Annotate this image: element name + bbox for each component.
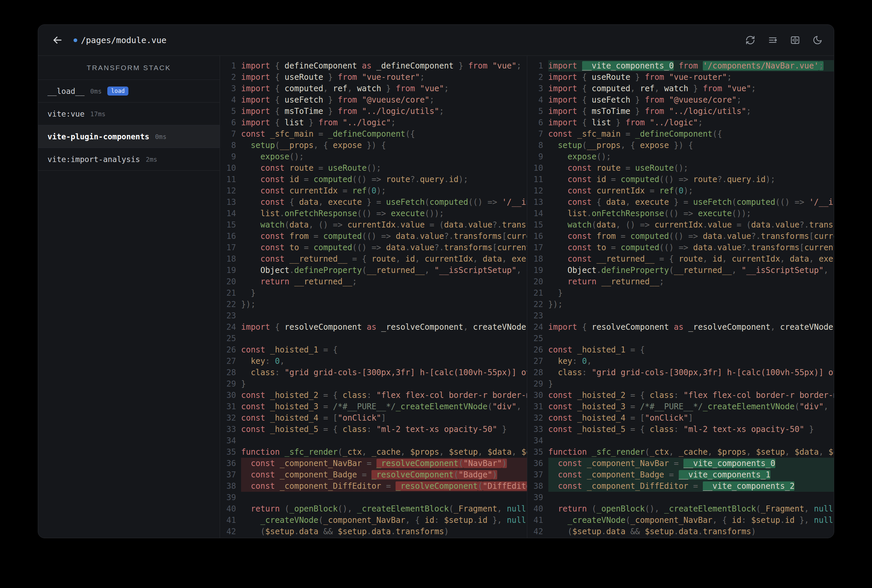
code-text: const _hoisted_4 = ["onClick"]	[241, 412, 527, 424]
code-text: const _hoisted_5 = { class: "ml-2 text-x…	[241, 424, 527, 435]
line-number: 40	[527, 503, 543, 514]
diff-view: 1import { defineComponent as _defineComp…	[220, 56, 834, 538]
line-number: 15	[527, 219, 543, 231]
line-number: 18	[220, 253, 236, 265]
code-text: import { computed, ref, watch } from "vu…	[241, 83, 527, 94]
line-number: 25	[220, 333, 236, 344]
diff-pane-left[interactable]: 1import { defineComponent as _defineComp…	[220, 56, 527, 538]
code-line-left-18: 18 const __returned__ = { route, id, cur…	[220, 253, 527, 265]
code-line-right-42: 42 ($setup.data && $setup.data.transform…	[527, 526, 834, 537]
code-text	[241, 492, 527, 503]
line-number: 17	[527, 242, 543, 253]
title-bar: /pages/module.vue	[38, 25, 834, 56]
code-line-left-1: 1import { defineComponent as _defineComp…	[220, 60, 527, 72]
code-line-left-33: 33const _hoisted_5 = { class: "ml-2 text…	[220, 424, 527, 435]
line-number: 7	[220, 128, 236, 140]
line-number: 22	[527, 298, 543, 310]
code-line-right-14: 14 list.onFetchResponse(() => execute())…	[527, 208, 834, 219]
code-line-right-32: 32const _hoisted_4 = ["onClick"]	[527, 412, 834, 424]
line-number: 30	[527, 390, 543, 401]
code-text: setup(__props, { expose }) {	[548, 140, 834, 151]
code-text: _createVNode(_component_NavBar, { id: $s…	[548, 514, 834, 526]
code-line-right-17: 17 const to = computed(() => data.value?…	[527, 242, 834, 253]
line-number: 15	[220, 219, 236, 231]
back-button[interactable]	[50, 32, 66, 48]
plugin-time: 0ms	[90, 87, 102, 95]
transform-stack-item-0[interactable]: __load__0msload	[38, 80, 220, 103]
transform-stack-list: __load__0msloadvite:vue17msvite-plugin-c…	[38, 80, 220, 171]
back-icon	[51, 34, 63, 46]
code-line-right-40: 40 return (_openBlock(), _createElementB…	[527, 503, 834, 514]
code-text	[548, 492, 834, 503]
line-number: 25	[527, 333, 543, 344]
code-text: const currentIdx = ref(0);	[241, 185, 527, 196]
line-number: 31	[527, 401, 543, 412]
line-number: 4	[527, 94, 543, 106]
line-number: 7	[527, 128, 543, 140]
code-text: const id = computed(() => route?.query.i…	[548, 174, 834, 185]
window-body: TRANSFORM STACK __load__0msloadvite:vue1…	[38, 56, 834, 538]
line-number: 16	[527, 231, 543, 242]
code-text: const _hoisted_1 = {	[548, 344, 834, 356]
line-number: 11	[220, 174, 236, 185]
code-text: return __returned__;	[548, 276, 834, 287]
line-number: 12	[220, 185, 236, 196]
transform-stack-item-1[interactable]: vite:vue17ms	[38, 103, 220, 125]
code-line-left-40: 40 return (_openBlock(), _createElementB…	[220, 503, 527, 514]
line-number: 30	[220, 390, 236, 401]
line-number: 6	[527, 117, 543, 128]
dark-mode-button[interactable]	[812, 35, 822, 45]
line-number: 3	[220, 83, 236, 94]
line-number: 4	[220, 94, 236, 106]
code-text: }	[241, 378, 527, 390]
line-number: 36	[527, 458, 543, 469]
code-line-left-38: 38 const _component_DiffEditor = _resolv…	[220, 480, 527, 492]
line-number: 12	[527, 185, 543, 196]
code-line-left-35: 35function _sfc_render(_ctx, _cache, $pr…	[220, 446, 527, 458]
code-line-right-24: 24import { resolveComponent as _resolveC…	[527, 321, 834, 333]
line-number: 3	[527, 83, 543, 94]
load-badge: load	[107, 87, 128, 96]
code-text: key: 0,	[548, 356, 834, 367]
code-line-left-13: 13 const { data, execute } = useFetch(co…	[220, 196, 527, 208]
code-line-right-4: 4import { useFetch } from "@vueuse/core"…	[527, 94, 834, 106]
code-text: import { list } from "../logic";	[548, 117, 834, 128]
line-number: 33	[220, 424, 236, 435]
one-column-toggle-button[interactable]	[768, 35, 778, 45]
code-text: const _component_Badge = __vite_componen…	[548, 469, 834, 480]
code-text	[241, 435, 527, 446]
code-line-left-28: 28 class: "grid grid-cols-[300px,3fr] h-…	[220, 367, 527, 378]
code-text: const route = useRoute();	[241, 162, 527, 174]
diff-pane-right[interactable]: 1import __vite_components_0 from '/compo…	[527, 56, 834, 538]
code-line-left-31: 31const _hoisted_3 = /*#__PURE__*/_creat…	[220, 401, 527, 412]
line-number: 21	[527, 287, 543, 298]
code-line-left-20: 20 return __returned__;	[220, 276, 527, 287]
code-line-left-6: 6import { list } from "../logic";	[220, 117, 527, 128]
code-line-left-8: 8 setup(__props, { expose }) {	[220, 140, 527, 151]
line-number: 35	[527, 446, 543, 458]
line-number: 37	[527, 469, 543, 480]
refresh-button[interactable]	[745, 35, 755, 45]
code-text: import { msToTime } from "../logic/utils…	[241, 106, 527, 117]
code-text: const from = computed(() => data.value?.…	[548, 231, 834, 242]
line-number: 35	[220, 446, 236, 458]
module-title: /pages/module.vue	[74, 35, 167, 45]
code-line-right-34: 34	[527, 435, 834, 446]
code-line-right-35: 35function _sfc_render(_ctx, _cache, $pr…	[527, 446, 834, 458]
diff-view-toggle-button[interactable]	[790, 35, 800, 45]
code-text: ($setup.data && $setup.data.transforms)	[548, 526, 834, 537]
code-line-right-7: 7const _sfc_main = _defineComponent({	[527, 128, 834, 140]
code-line-right-26: 26const _hoisted_1 = {	[527, 344, 834, 356]
transform-stack-item-3[interactable]: vite:import-analysis2ms	[38, 148, 220, 171]
line-number: 10	[527, 162, 543, 174]
code-text: import { useFetch } from "@vueuse/core";	[241, 94, 527, 106]
code-text: const _hoisted_1 = {	[241, 344, 527, 356]
code-line-right-31: 31const _hoisted_3 = /*#__PURE__*/_creat…	[527, 401, 834, 412]
line-number: 8	[527, 140, 543, 151]
code-text: list.onFetchResponse(() => execute());	[241, 208, 527, 219]
code-text: const _component_NavBar = __vite_compone…	[548, 458, 834, 469]
line-number: 24	[220, 321, 236, 333]
line-number: 33	[527, 424, 543, 435]
transform-stack-item-2[interactable]: vite-plugin-components0ms	[38, 125, 220, 148]
code-text	[241, 333, 527, 344]
